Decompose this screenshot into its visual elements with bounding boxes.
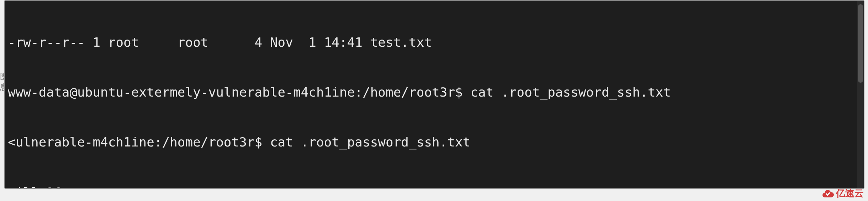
terminal-line: willy26: [8, 184, 861, 189]
watermark: 亿速云: [821, 187, 864, 200]
terminal-line: <ulnerable-m4ch1ine:/home/root3r$ cat .r…: [8, 134, 861, 151]
scrollbar[interactable]: [857, 1, 864, 188]
cloud-logo-icon: [821, 187, 834, 200]
terminal-line: -rw-r--r-- 1 root root 4 Nov 1 14:41 tes…: [8, 34, 861, 51]
scrollbar-thumb[interactable]: [858, 4, 863, 83]
terminal-line: www-data@ubuntu-extermely-vulnerable-m4c…: [8, 84, 861, 101]
terminal-window[interactable]: -rw-r--r-- 1 root root 4 Nov 1 14:41 tes…: [4, 0, 864, 189]
watermark-text: 亿速云: [836, 187, 864, 200]
